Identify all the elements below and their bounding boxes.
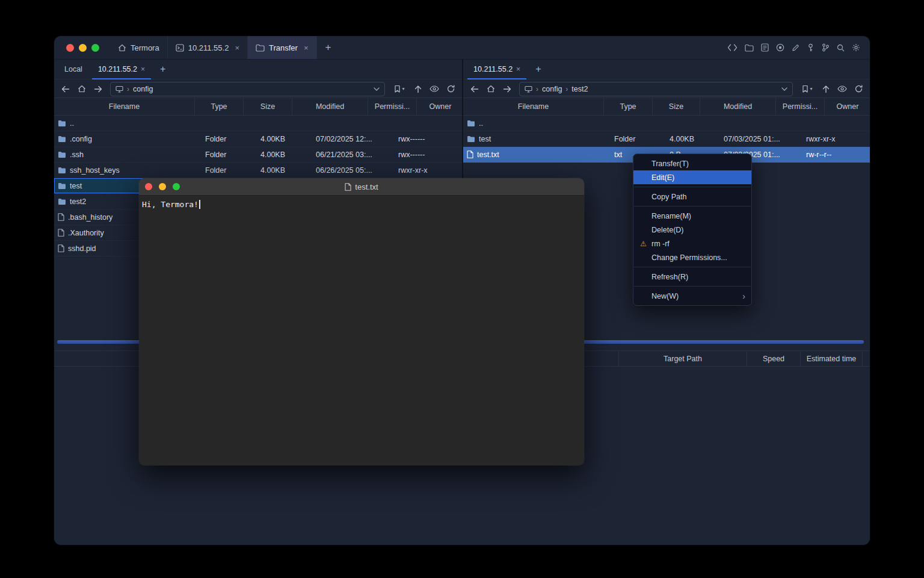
pane-toolbar: ›config▾ xyxy=(54,79,462,98)
home-icon[interactable] xyxy=(76,82,88,96)
file-row-test[interactable]: testFolder4.00KB07/03/2025 01:...rwxr-xr… xyxy=(463,131,870,147)
chevron-down-icon[interactable] xyxy=(781,87,787,91)
column-header-size[interactable]: Size xyxy=(244,98,292,115)
path-segment-config[interactable]: config xyxy=(542,85,562,93)
cell-type: Folder xyxy=(202,163,257,178)
close-icon[interactable]: × xyxy=(235,43,239,52)
new-tab-button[interactable]: + xyxy=(528,59,548,79)
pane-tab-10-211-55-2[interactable]: 10.211.55.2× xyxy=(466,59,528,79)
cell-modified: 06/26/2025 05:... xyxy=(312,163,395,178)
back-icon[interactable] xyxy=(60,82,72,96)
branch-icon[interactable] xyxy=(822,43,830,52)
column-header-size[interactable]: Size xyxy=(653,98,700,115)
menu-item-label: Change Permissions... xyxy=(651,253,727,262)
path-breadcrumb[interactable]: ›config xyxy=(110,82,385,96)
transfer-column-target-path[interactable]: Target Path xyxy=(619,351,747,366)
menu-item-delete-d[interactable]: Delete(D) xyxy=(633,223,751,237)
path-breadcrumb[interactable]: ›config›test2 xyxy=(519,82,793,96)
menu-item-rm-rf[interactable]: ⚠rm -rf xyxy=(633,237,751,250)
bookmark-icon[interactable]: ▾ xyxy=(799,82,816,96)
refresh-icon[interactable] xyxy=(445,82,457,96)
file-row-parent-dir[interactable]: .. xyxy=(54,116,462,131)
cell-permissions: rwx------ xyxy=(395,131,450,146)
list-icon[interactable] xyxy=(761,43,769,52)
traffic-lights xyxy=(54,36,110,59)
cell-owner xyxy=(450,163,462,178)
column-header-owner[interactable]: Owner xyxy=(825,98,870,115)
column-header-modified[interactable]: Modified xyxy=(292,98,368,115)
tab-termora[interactable]: Termora xyxy=(110,36,167,59)
eye-icon[interactable] xyxy=(836,82,848,96)
pane-tab-local[interactable]: Local xyxy=(57,59,90,79)
file-row-ssh-host-keys[interactable]: ssh_host_keysFolder4.00KB06/26/2025 05:.… xyxy=(54,163,462,178)
menu-separator xyxy=(634,267,751,267)
back-icon[interactable] xyxy=(469,82,481,96)
file-row-ssh[interactable]: .sshFolder4.00KB06/21/2025 03:...rwx----… xyxy=(54,147,462,163)
menu-item-change-permissions[interactable]: Change Permissions... xyxy=(633,250,751,264)
file-row-parent-dir[interactable]: .. xyxy=(463,116,870,131)
code-icon[interactable] xyxy=(727,44,738,51)
tab-host[interactable]: 10.211.55.2 × xyxy=(167,36,247,59)
close-window-button[interactable] xyxy=(66,44,74,52)
editor-titlebar[interactable]: test.txt xyxy=(139,178,584,196)
menu-item-copy-path[interactable]: Copy Path xyxy=(633,190,751,204)
forward-icon[interactable] xyxy=(92,82,104,96)
eye-icon[interactable] xyxy=(428,82,440,96)
menu-item-label: Delete(D) xyxy=(651,226,684,234)
pane-tab-label: 10.211.55.2 xyxy=(473,65,513,73)
folder-icon[interactable] xyxy=(745,44,754,52)
new-tab-button[interactable]: + xyxy=(153,59,173,79)
titlebar: Termora 10.211.55.2 × Transfer × + xyxy=(54,36,870,60)
refresh-icon[interactable] xyxy=(852,82,864,96)
menu-item-refresh-r[interactable]: Refresh(R) xyxy=(633,270,751,284)
path-segment-test2[interactable]: test2 xyxy=(571,85,588,93)
upload-icon[interactable] xyxy=(820,82,832,96)
column-header-type[interactable]: Type xyxy=(604,98,653,115)
pane-tab-10-211-55-2[interactable]: 10.211.55.2× xyxy=(90,59,153,79)
close-icon[interactable]: × xyxy=(141,65,145,73)
key-icon[interactable] xyxy=(807,43,815,52)
path-segment-config[interactable]: config xyxy=(133,85,153,93)
column-header-type[interactable]: Type xyxy=(195,98,244,115)
folder-icon xyxy=(58,198,66,205)
column-header-filename[interactable]: Filename xyxy=(463,98,604,115)
column-header-modified[interactable]: Modified xyxy=(700,98,776,115)
cell-type: Folder xyxy=(202,131,257,146)
cell-type xyxy=(202,116,257,131)
gear-icon[interactable] xyxy=(852,43,860,52)
breadcrumb: ›config xyxy=(127,85,153,93)
caret-down-icon: ▾ xyxy=(402,86,404,92)
pencil-icon[interactable] xyxy=(792,44,799,52)
menu-item-edit-e[interactable]: Edit(E) xyxy=(633,170,751,184)
file-row-config[interactable]: .configFolder4.00KB07/02/2025 12:...rwx-… xyxy=(54,131,462,147)
column-header-permissi[interactable]: Permissi... xyxy=(776,98,825,115)
forward-icon[interactable] xyxy=(501,82,513,96)
close-icon[interactable]: × xyxy=(516,65,520,73)
column-header-owner[interactable]: Owner xyxy=(417,98,462,115)
cell-filename: test.txt xyxy=(463,147,611,162)
computer-icon xyxy=(116,85,123,93)
editor-content[interactable]: Hi, Termora! xyxy=(139,196,584,213)
chevron-down-icon[interactable] xyxy=(374,87,380,91)
cell-permissions: rw-r--r-- xyxy=(802,147,858,162)
transfer-column-speed[interactable]: Speed xyxy=(747,351,801,366)
new-tab-button[interactable]: + xyxy=(317,36,340,59)
tab-transfer[interactable]: Transfer × xyxy=(247,36,317,59)
upload-icon[interactable] xyxy=(412,82,424,96)
bookmark-icon[interactable]: ▾ xyxy=(391,82,408,96)
menu-item-transfer-t[interactable]: Transfer(T) xyxy=(633,157,751,170)
transfer-column-estimated-time[interactable]: Estimated time xyxy=(801,351,863,366)
close-icon[interactable]: × xyxy=(304,43,309,52)
cell-size: 4.00KB xyxy=(257,147,312,162)
record-icon[interactable] xyxy=(776,43,784,52)
zoom-window-button[interactable] xyxy=(91,44,99,52)
cell-size: 4.00KB xyxy=(257,163,312,178)
search-icon[interactable] xyxy=(837,44,845,52)
home-icon[interactable] xyxy=(485,82,497,96)
cell-permissions: rwxr-xr-x xyxy=(395,163,450,178)
menu-item-rename-m[interactable]: Rename(M) xyxy=(633,209,751,223)
menu-item-new-w[interactable]: New(W)› xyxy=(633,289,751,303)
minimize-window-button[interactable] xyxy=(79,44,87,52)
column-header-filename[interactable]: Filename xyxy=(54,98,195,115)
column-header-permissi[interactable]: Permissi... xyxy=(368,98,417,115)
